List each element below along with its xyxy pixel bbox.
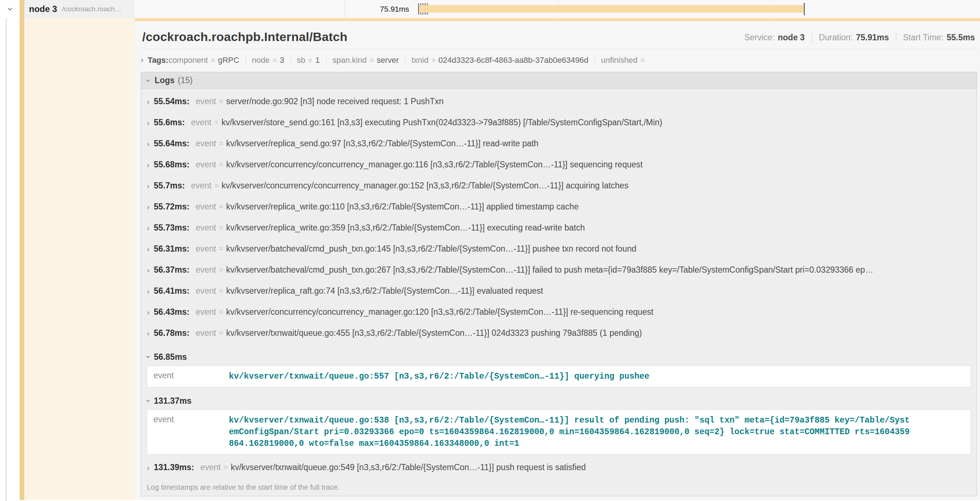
divider (326, 55, 326, 66)
log-key: event (200, 463, 221, 472)
log-timestamp: 55.54ms: (154, 97, 189, 106)
column-divider[interactable] (345, 0, 345, 18)
chevron-right-icon[interactable]: › (147, 203, 150, 211)
equals-sign: = (219, 308, 223, 316)
log-key: event (196, 160, 216, 169)
chevron-right-icon[interactable]: › (147, 161, 150, 168)
tag-value: server (377, 56, 399, 65)
chevron-right-icon[interactable]: › (147, 329, 150, 337)
tag-key: sb (297, 56, 305, 65)
span-service-name: node 3 (29, 4, 57, 14)
equals-sign: = (219, 223, 223, 232)
log-value: kv/kvserver/txnwait/queue.go:557 [n3,s3,… (229, 371, 911, 382)
chevron-down-icon[interactable]: › (144, 399, 152, 402)
log-entry-expanded-header[interactable]: › 56.85ms (141, 348, 977, 365)
duration-value: 75.91ms (856, 33, 889, 43)
chevron-right-icon[interactable]: › (147, 245, 150, 253)
span-duration-bar[interactable] (419, 5, 803, 13)
tag-item: sb = 1 (297, 56, 320, 65)
divider (291, 55, 291, 66)
log-entry-row[interactable]: › 56.37ms: event = kv/kvserver/batcheval… (141, 259, 977, 280)
logs-header[interactable]: › Logs (15) (141, 72, 977, 89)
operation-title: /cockroach.roachpb.Internal/Batch (142, 30, 347, 44)
divider (812, 33, 812, 43)
log-entry-row[interactable]: › 55.64ms: event = kv/kvserver/replica_s… (141, 133, 977, 154)
equals-sign: = (369, 56, 374, 65)
log-entry-row[interactable]: › 55.72ms: event = kv/kvserver/replica_w… (141, 196, 977, 217)
chevron-right-icon[interactable]: › (147, 98, 150, 105)
chevron-right-icon[interactable]: › (147, 266, 150, 274)
log-key: event (196, 97, 216, 106)
log-key: event (196, 265, 216, 275)
log-entry-row[interactable]: › 56.31ms: event = kv/kvserver/batcheval… (141, 238, 977, 259)
log-entry-row[interactable]: › 55.68ms: event = kv/kvserver/concurren… (141, 154, 977, 175)
span-name-cell[interactable]: node 3 /cockroach.roach… (19, 0, 134, 18)
log-entry-row[interactable]: › 131.39ms: event = kv/kvserver/txnwait/… (141, 457, 977, 478)
equals-sign: = (219, 203, 223, 211)
equals-sign: = (219, 139, 223, 148)
span-tree-guide-line (6, 0, 6, 501)
equals-sign: = (219, 266, 223, 274)
equals-sign: = (308, 56, 313, 65)
logs-footer-note: Log timestamps are relative to the start… (141, 478, 977, 496)
logs-accordion: › Logs (15) › 55.54ms: event = server/no… (141, 72, 977, 496)
span-row[interactable]: › node 3 /cockroach.roach… 75.91ms (0, 0, 980, 18)
log-value: kv/kvserver/store_send.go:161 [n3,s3] ex… (222, 118, 662, 128)
chevron-right-icon[interactable]: › (147, 119, 150, 126)
log-timestamp: 55.64ms: (154, 139, 189, 148)
logs-title: Logs (154, 75, 175, 85)
tags-accordion[interactable]: › Tags: component = gRPC node = 3 sb = 1… (141, 55, 980, 66)
chevron-right-icon[interactable]: › (147, 308, 150, 316)
chevron-right-icon[interactable]: › (147, 224, 150, 231)
tag-value: gRPC (218, 56, 239, 65)
duration-label: Duration: (819, 33, 853, 43)
divider (142, 49, 977, 49)
chevron-right-icon[interactable]: › (141, 56, 143, 64)
log-key: event (196, 307, 216, 317)
log-value: server/node.go:902 [n3] node received re… (226, 97, 444, 106)
log-entry-row[interactable]: › 55.73ms: event = kv/kvserver/replica_w… (141, 217, 977, 238)
chevron-right-icon[interactable]: › (147, 464, 150, 471)
selected-span-name-column (24, 18, 135, 500)
log-entry-row[interactable]: › 55.54ms: event = server/node.go:902 [n… (141, 91, 977, 112)
log-entry-row[interactable]: › 55.7ms: event = kv/kvserver/concurrenc… (141, 175, 977, 196)
chevron-down-icon[interactable]: › (5, 7, 16, 11)
log-entry-row[interactable]: › 56.43ms: event = kv/kvserver/concurren… (141, 302, 977, 322)
span-overview-stats: Service: node 3 Duration: 75.91ms Start … (744, 33, 975, 44)
log-timestamp: 55.6ms: (154, 118, 185, 128)
divider (405, 55, 406, 66)
log-entry-row[interactable]: › 55.6ms: event = kv/kvserver/store_send… (141, 112, 977, 133)
log-key: event (196, 223, 216, 233)
log-key: event (147, 371, 229, 382)
detail-title-row: /cockroach.roachpb.Internal/Batch Servic… (142, 30, 975, 44)
chevron-down-icon[interactable]: › (144, 79, 152, 82)
log-entry-row[interactable]: › 56.78ms: event = kv/kvserver/txnwait/q… (141, 322, 977, 343)
chevron-right-icon[interactable]: › (147, 182, 150, 190)
log-value: kv/kvserver/replica_write.go:110 [n3,s3,… (226, 202, 579, 212)
log-timestamp: 56.78ms: (154, 328, 189, 338)
service-label: Service: (744, 33, 774, 43)
equals-sign: = (224, 463, 228, 472)
log-value: kv/kvserver/replica_write.go:359 [n3,s3,… (226, 223, 585, 233)
log-key: event (191, 118, 212, 128)
tag-value: 1 (315, 56, 320, 65)
equals-sign: = (641, 56, 645, 65)
chevron-down-icon[interactable]: › (144, 356, 152, 358)
span-detail-panel: /cockroach.roachpb.Internal/Batch Servic… (135, 18, 980, 500)
logs-count: (15) (178, 75, 192, 85)
tag-value: 024d3323-6c8f-4863-aa8b-37ab0e63496d (439, 56, 588, 65)
span-duration-label: 75.91ms (359, 0, 409, 18)
chevron-right-icon[interactable]: › (147, 140, 150, 147)
divider (595, 55, 595, 66)
equals-sign: = (273, 56, 277, 65)
tags-label: Tags: (148, 56, 168, 65)
log-entry-row[interactable]: › 56.41ms: event = kv/kvserver/replica_r… (141, 280, 977, 302)
tag-key: component (168, 56, 208, 65)
log-timestamp: 56.37ms: (154, 265, 189, 275)
equals-sign: = (219, 97, 223, 106)
chevron-right-icon[interactable]: › (147, 287, 150, 295)
logs-body: › 55.54ms: event = server/node.go:902 [n… (141, 89, 977, 496)
tag-item: unfinished = (601, 56, 648, 65)
log-entry-expanded-header[interactable]: › 131.37ms (141, 392, 977, 410)
log-timestamp: 56.85ms (154, 352, 187, 362)
